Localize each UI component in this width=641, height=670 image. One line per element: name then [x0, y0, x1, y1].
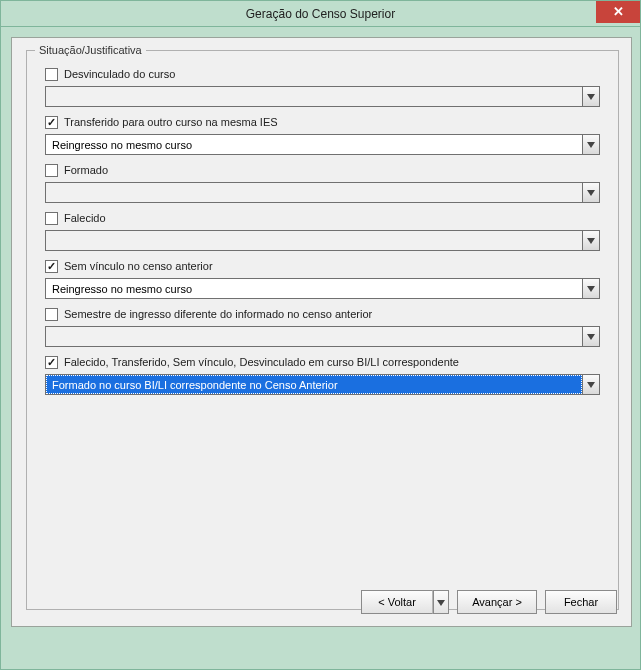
- close-button[interactable]: Fechar: [545, 590, 617, 614]
- check-row: Desvinculado do curso: [45, 65, 600, 83]
- next-button[interactable]: Avançar >: [457, 590, 537, 614]
- check-row: Sem vínculo no censo anterior: [45, 257, 600, 275]
- checkbox-label: Transferido para outro curso na mesma IE…: [64, 116, 278, 128]
- checkbox-bi-li[interactable]: [45, 356, 58, 369]
- close-button-label: Fechar: [564, 596, 598, 608]
- checkbox-label: Falecido: [64, 212, 106, 224]
- combo-transferido[interactable]: Reingresso no mesmo curso: [45, 134, 600, 155]
- close-icon: ✕: [613, 0, 624, 25]
- check-row: Transferido para outro curso na mesma IE…: [45, 113, 600, 131]
- combo-value: [46, 183, 582, 202]
- check-row: Semestre de ingresso diferente do inform…: [45, 305, 600, 323]
- groupbox-title: Situação/Justificativa: [35, 44, 146, 56]
- checkbox-formado[interactable]: [45, 164, 58, 177]
- checkbox-desvinculado[interactable]: [45, 68, 58, 81]
- chevron-down-icon[interactable]: [582, 135, 599, 154]
- groupbox-situacao: Situação/Justificativa Desvinculado do c…: [26, 50, 619, 610]
- back-button[interactable]: < Voltar: [361, 590, 433, 614]
- next-button-label: Avançar >: [472, 596, 522, 608]
- window-frame: Geração do Censo Superior ✕ Situação/Jus…: [0, 0, 641, 670]
- combo-value: Reingresso no mesmo curso: [46, 279, 582, 298]
- combo-semestre[interactable]: [45, 326, 600, 347]
- combo-value: [46, 87, 582, 106]
- window-close-button[interactable]: ✕: [596, 1, 640, 23]
- check-row: Formado: [45, 161, 600, 179]
- groupbox-rows: Desvinculado do curso Transferido para o…: [27, 51, 618, 395]
- content-panel: Situação/Justificativa Desvinculado do c…: [11, 37, 632, 627]
- combo-formado[interactable]: [45, 182, 600, 203]
- checkbox-label: Falecido, Transferido, Sem vínculo, Desv…: [64, 356, 459, 368]
- combo-falecido[interactable]: [45, 230, 600, 251]
- chevron-down-icon[interactable]: [582, 87, 599, 106]
- checkbox-label: Sem vínculo no censo anterior: [64, 260, 213, 272]
- back-button-dropdown[interactable]: [433, 590, 449, 614]
- chevron-down-icon[interactable]: [582, 183, 599, 202]
- chevron-down-icon[interactable]: [582, 327, 599, 346]
- combo-value: Formado no curso BI/LI correspondente no…: [46, 375, 582, 394]
- back-button-group: < Voltar: [361, 590, 449, 614]
- titlebar: Geração do Censo Superior ✕: [1, 1, 640, 27]
- window-title: Geração do Censo Superior: [246, 7, 395, 21]
- combo-value: [46, 327, 582, 346]
- checkbox-label: Semestre de ingresso diferente do inform…: [64, 308, 372, 320]
- combo-desvinculado[interactable]: [45, 86, 600, 107]
- back-button-label: < Voltar: [378, 596, 416, 608]
- combo-value: Reingresso no mesmo curso: [46, 135, 582, 154]
- chevron-down-icon[interactable]: [582, 279, 599, 298]
- combo-bi-li[interactable]: Formado no curso BI/LI correspondente no…: [45, 374, 600, 395]
- checkbox-semestre[interactable]: [45, 308, 58, 321]
- checkbox-falecido[interactable]: [45, 212, 58, 225]
- combo-sem-vinculo[interactable]: Reingresso no mesmo curso: [45, 278, 600, 299]
- chevron-down-icon: [437, 596, 445, 608]
- check-row: Falecido, Transferido, Sem vínculo, Desv…: [45, 353, 600, 371]
- checkbox-label: Desvinculado do curso: [64, 68, 175, 80]
- check-row: Falecido: [45, 209, 600, 227]
- checkbox-label: Formado: [64, 164, 108, 176]
- chevron-down-icon[interactable]: [582, 231, 599, 250]
- combo-value: [46, 231, 582, 250]
- checkbox-sem-vinculo[interactable]: [45, 260, 58, 273]
- chevron-down-icon[interactable]: [582, 375, 599, 394]
- checkbox-transferido[interactable]: [45, 116, 58, 129]
- button-bar: < Voltar Avançar > Fechar: [361, 590, 617, 614]
